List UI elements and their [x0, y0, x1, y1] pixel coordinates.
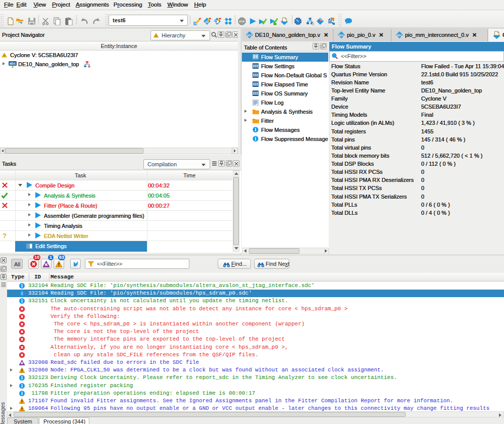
svg-text:STOP: STOP — [239, 20, 245, 23]
